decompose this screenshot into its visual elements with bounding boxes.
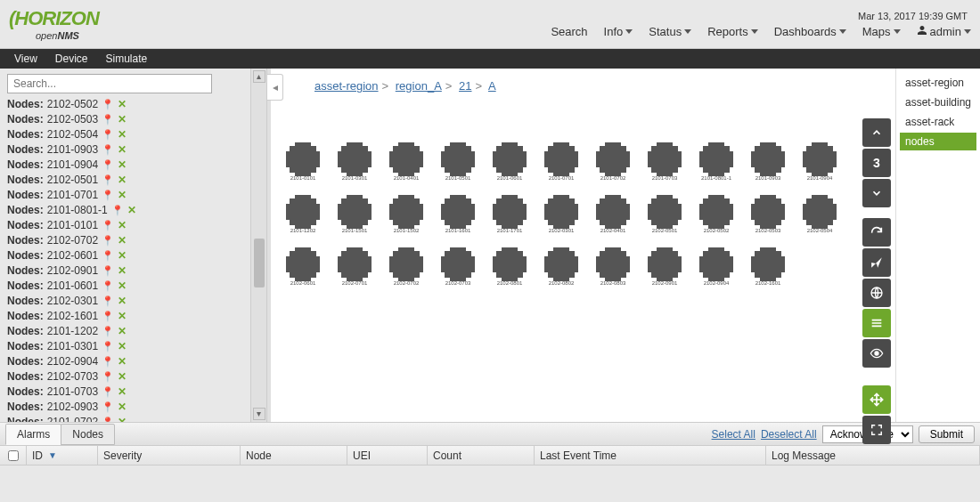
fullscreen-icon[interactable] [862,416,891,444]
node-tile[interactable]: 2101-0801-1 [697,146,736,181]
close-icon[interactable]: ✕ [118,415,127,422]
layer-asset-region[interactable]: asset-region [900,74,976,92]
col-uei[interactable]: UEI [347,446,428,465]
layer-asset-building[interactable]: asset-building [900,93,976,111]
node-tile[interactable]: 2102-0501 [645,198,684,233]
close-icon[interactable]: ✕ [118,309,127,324]
list-item[interactable]: Nodes: 2101-0702 📍✕ [7,415,243,422]
nav-maps[interactable]: Maps [862,25,901,38]
menu-device[interactable]: Device [46,53,97,65]
crumb-a[interactable]: A [488,79,496,93]
list-item[interactable]: Nodes: 2102-0501 📍✕ [7,173,243,188]
list-item[interactable]: Nodes: 2102-0903 📍✕ [7,400,243,415]
scrollbar[interactable]: ▴ ▾ [250,69,266,422]
close-icon[interactable]: ✕ [118,400,127,415]
list-item[interactable]: Nodes: 2102-0504 📍✕ [7,127,243,142]
node-tile[interactable]: 2101-0101 [283,146,323,181]
crumb-21[interactable]: 21 [459,79,471,93]
node-tile[interactable]: 2101-1502 [387,198,426,233]
list-item[interactable]: Nodes: 2101-0701 📍✕ [7,188,243,203]
node-tile[interactable]: 2102-0503 [748,198,788,233]
tab-nodes[interactable]: Nodes [61,424,115,445]
node-tile[interactable]: 2102-0801 [490,251,529,286]
list-item[interactable]: Nodes: 2101-0801-1 📍✕ [7,203,243,218]
col-event-time[interactable]: Last Event Time [535,446,766,465]
list-item[interactable]: Nodes: 2101-0301 📍✕ [7,339,243,354]
list-item[interactable]: Nodes: 2102-0904 📍✕ [7,354,243,369]
nav-dashboards[interactable]: Dashboards [774,25,846,38]
node-tile[interactable]: 2102-0301 [542,198,581,233]
list-item[interactable]: Nodes: 2102-0901 📍✕ [7,263,243,279]
close-icon[interactable]: ✕ [118,188,127,203]
list-item[interactable]: Nodes: 2101-0904 📍✕ [7,158,243,173]
node-tile[interactable]: 2102-0504 [800,198,839,233]
menu-simulate[interactable]: Simulate [96,53,156,65]
close-icon[interactable]: ✕ [118,294,127,309]
node-tile[interactable]: 2101-0401 [387,146,426,181]
panel-collapse-handle[interactable]: ◂ [267,74,283,101]
close-icon[interactable]: ✕ [118,324,127,339]
close-icon[interactable]: ✕ [118,279,127,294]
crumb-region-a[interactable]: region_A [396,79,442,93]
eye-icon[interactable] [862,339,891,368]
crumb-region[interactable]: asset-region [314,79,379,93]
tab-alarms[interactable]: Alarms [5,424,61,445]
scroll-up-icon[interactable]: ▴ [253,70,265,83]
close-icon[interactable]: ✕ [118,142,127,158]
node-tile[interactable]: 2101-1601 [438,198,478,233]
node-tile[interactable]: 2102-1601 [748,251,788,286]
col-log[interactable]: Log Message [766,446,980,465]
zoom-in-button[interactable] [862,118,891,147]
close-icon[interactable]: ✕ [118,385,127,400]
close-icon[interactable]: ✕ [118,97,127,112]
node-tile[interactable]: 2102-0703 [438,251,478,286]
close-icon[interactable]: ✕ [118,218,127,233]
close-icon[interactable]: ✕ [118,173,127,188]
node-tile[interactable]: 2101-0702 [593,146,633,181]
node-tile[interactable]: 2102-0901 [645,251,684,286]
col-node[interactable]: Node [241,446,347,465]
list-item[interactable]: Nodes: 2102-1601 📍✕ [7,309,243,324]
node-tile[interactable]: 2101-0501 [438,146,478,181]
node-tile[interactable]: 2102-0702 [387,251,426,286]
list-item[interactable]: Nodes: 2102-0301 📍✕ [7,294,243,309]
col-count[interactable]: Count [428,446,535,465]
nav-status[interactable]: Status [649,25,691,38]
list-item[interactable]: Nodes: 2102-0503 📍✕ [7,112,243,127]
close-icon[interactable]: ✕ [118,112,127,127]
nav-search[interactable]: Search [551,25,587,38]
close-icon[interactable]: ✕ [118,158,127,173]
close-icon[interactable]: ✕ [118,233,127,248]
list-item[interactable]: Nodes: 2102-0502 📍✕ [7,97,243,112]
move-icon[interactable] [862,385,891,414]
node-tile[interactable]: 2101-1202 [283,198,323,233]
node-tile[interactable]: 2101-0903 [748,146,788,181]
node-tile[interactable]: 2102-0803 [593,251,633,286]
node-tile[interactable]: 2101-0601 [490,146,529,181]
node-tile[interactable]: 2101-1701 [490,198,529,233]
col-checkbox[interactable] [0,446,27,465]
layer-nodes[interactable]: nodes [900,133,976,150]
search-input[interactable] [7,74,212,93]
col-id[interactable]: ID ▼ [27,446,98,465]
list-item[interactable]: Nodes: 2102-0703 📍✕ [7,369,243,385]
close-icon[interactable]: ✕ [118,354,127,369]
submit-button[interactable]: Submit [919,425,975,443]
node-tile[interactable]: 2101-0701 [542,146,581,181]
nav-reports[interactable]: Reports [707,25,758,38]
node-tile[interactable]: 2101-0904 [800,146,839,181]
node-tile[interactable]: 2102-0802 [542,251,581,286]
close-icon[interactable]: ✕ [118,339,127,354]
locate-icon[interactable] [862,248,891,277]
close-icon[interactable]: ✕ [118,369,127,385]
layer-asset-rack[interactable]: asset-rack [900,113,976,131]
scroll-down-icon[interactable]: ▾ [253,408,265,420]
close-icon[interactable]: ✕ [118,248,127,263]
refresh-icon[interactable] [862,218,891,247]
list-item[interactable]: Nodes: 2102-0601 📍✕ [7,248,243,263]
node-tile[interactable]: 2102-0904 [697,251,736,286]
list-item[interactable]: Nodes: 2101-0601 📍✕ [7,279,243,294]
scroll-thumb[interactable] [254,239,265,287]
layers-icon[interactable] [862,309,891,337]
node-tile[interactable]: 2102-0502 [697,198,736,233]
